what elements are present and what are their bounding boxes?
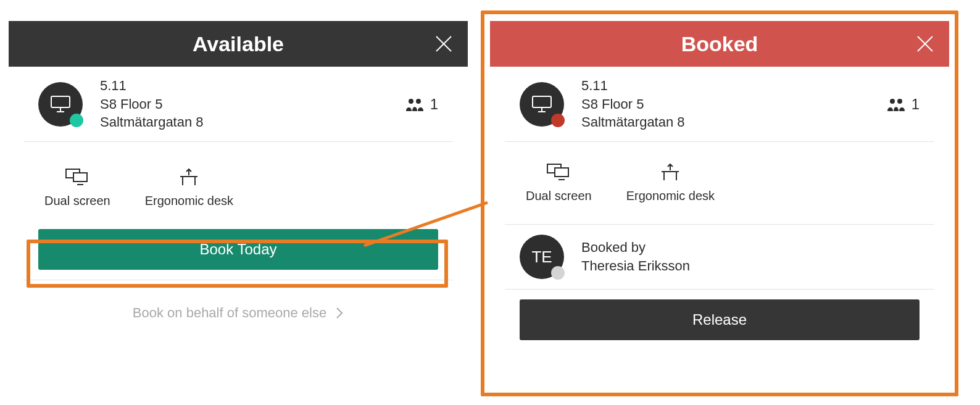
booked-by-label: Booked by xyxy=(581,238,920,257)
desk-address: Saltmätargatan 8 xyxy=(100,113,388,132)
dual-screen-icon xyxy=(546,162,571,182)
panel-header: Booked xyxy=(490,21,949,67)
svg-rect-8 xyxy=(73,173,87,182)
close-button[interactable] xyxy=(433,33,454,54)
monitor-icon xyxy=(531,95,553,114)
book-today-button[interactable]: Book Today xyxy=(38,229,438,270)
capacity-value: 1 xyxy=(911,96,920,113)
close-icon xyxy=(434,35,453,53)
feature-ergonomic-desk: Ergonomic desk xyxy=(145,167,233,208)
svg-point-5 xyxy=(409,99,413,104)
panel-header: Available xyxy=(9,21,468,67)
svg-rect-16 xyxy=(533,96,551,107)
booking-details: Booked by Theresia Eriksson xyxy=(581,238,920,275)
booked-by-section: TE Booked by Theresia Eriksson xyxy=(505,225,934,290)
desk-floor: S8 Floor 5 xyxy=(100,95,388,114)
available-panel: Available 5.11 S8 Floor 5 Saltmätargatan… xyxy=(9,21,468,321)
desk-address: Saltmätargatan 8 xyxy=(581,113,870,132)
booked-panel: Booked 5.11 S8 Floor 5 Saltmätargatan 8 xyxy=(490,21,949,350)
svg-point-6 xyxy=(416,99,421,104)
desk-details: 5.11 S8 Floor 5 Saltmätargatan 8 xyxy=(581,77,870,132)
avatar-initials: TE xyxy=(531,248,552,267)
dual-screen-icon xyxy=(65,167,89,186)
action-section: Book Today xyxy=(23,219,453,280)
svg-point-20 xyxy=(897,99,902,104)
status-dot-available xyxy=(70,114,83,127)
action-section: Release xyxy=(505,290,934,350)
desk-info-section: 5.11 S8 Floor 5 Saltmätargatan 8 1 xyxy=(505,67,934,142)
chevron-right-icon xyxy=(335,306,344,320)
features-section: Dual screen Ergonomic desk xyxy=(23,142,453,219)
book-on-behalf-link[interactable]: Book on behalf of someone else xyxy=(9,280,468,321)
people-icon xyxy=(405,98,424,111)
ergonomic-desk-icon xyxy=(658,162,683,182)
capacity-indicator: 1 xyxy=(887,96,920,113)
people-icon xyxy=(887,98,905,111)
svg-rect-22 xyxy=(555,168,568,177)
desk-icon-badge xyxy=(38,82,83,127)
feature-ergonomic-desk: Ergonomic desk xyxy=(626,162,715,203)
desk-icon-badge xyxy=(520,82,564,127)
svg-point-19 xyxy=(890,99,895,104)
panel-title: Booked xyxy=(681,32,758,56)
features-section: Dual screen Ergonomic desk xyxy=(505,142,934,225)
desk-name: 5.11 xyxy=(581,77,870,95)
monitor-icon xyxy=(49,95,72,114)
feature-label: Ergonomic desk xyxy=(145,194,233,208)
capacity-indicator: 1 xyxy=(405,96,438,113)
panel-title: Available xyxy=(193,32,284,56)
desk-info-section: 5.11 S8 Floor 5 Saltmätargatan 8 1 xyxy=(23,67,453,142)
feature-dual-screen: Dual screen xyxy=(44,167,110,208)
desk-floor: S8 Floor 5 xyxy=(581,95,870,114)
desk-name: 5.11 xyxy=(100,77,388,95)
release-button[interactable]: Release xyxy=(520,299,920,340)
close-button[interactable] xyxy=(915,33,936,54)
presence-dot xyxy=(551,266,565,280)
desk-details: 5.11 S8 Floor 5 Saltmätargatan 8 xyxy=(100,77,388,132)
capacity-value: 1 xyxy=(430,96,438,113)
ergonomic-desk-icon xyxy=(176,167,201,186)
close-icon xyxy=(916,35,934,53)
status-dot-booked xyxy=(551,114,565,127)
svg-rect-2 xyxy=(51,96,70,107)
feature-label: Ergonomic desk xyxy=(626,189,715,203)
secondary-link-label: Book on behalf of someone else xyxy=(133,305,326,321)
feature-label: Dual screen xyxy=(526,189,592,203)
booked-by-user: Theresia Eriksson xyxy=(581,257,920,275)
feature-dual-screen: Dual screen xyxy=(526,162,592,203)
user-avatar: TE xyxy=(520,235,564,279)
feature-label: Dual screen xyxy=(44,194,110,208)
